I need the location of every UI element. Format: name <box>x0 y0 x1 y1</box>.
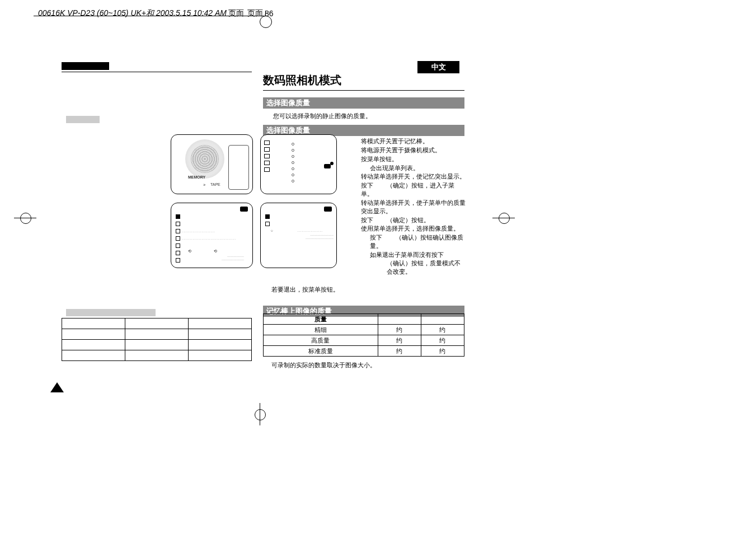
step-sub: 会出现菜单列表。 <box>361 164 466 172</box>
lcd-screen-1 <box>260 134 337 194</box>
step: 转动菜单选择开关，使记忆突出显示。 <box>361 172 466 181</box>
divider-right <box>263 90 464 91</box>
right-column: 数码照相机模式 <box>263 73 464 91</box>
step-sub: 按下 （确认）按钮确认图像质量。 <box>361 233 466 250</box>
step: 按菜单按钮。 <box>361 155 466 163</box>
quality-table-left <box>62 318 252 361</box>
camera-icon <box>324 164 331 168</box>
camera-icon <box>240 207 248 212</box>
page-label: 页面 <box>228 8 244 18</box>
section-heading: 选择图像质量 <box>263 97 464 109</box>
step: 按下 （确定）按钮。 <box>361 216 466 224</box>
menu-icon <box>264 167 270 172</box>
instruction-steps: 将模式开关置于记忆棒。 将电源开关置于摄像机模式。 按菜单按钮。 会出现菜单列表… <box>361 137 466 277</box>
step: 将模式开关置于记忆棒。 <box>361 137 466 146</box>
lcd-footer-dots: ........................................… <box>289 233 334 240</box>
table-footnote: 可录制的实际的数量取决于图像大小。 <box>271 361 376 369</box>
quality-table: 质量 精细 约 约 高质量 约 约 标准质量 约 约 <box>263 313 464 357</box>
camera-icon <box>324 207 332 212</box>
lcd-menu-list: ○................. <box>265 214 323 232</box>
memory-label: MEMORY <box>188 175 205 179</box>
header-text: 00616K VP-D23 (60~105) UK+和 2003.5.15 10… <box>38 8 227 18</box>
left-placeholder-bar <box>66 116 100 123</box>
lcd-screen-2: ...................... .................… <box>171 203 253 268</box>
arrow-icon: ▹ <box>204 182 206 187</box>
step: 将电源开关置于摄像机模式。 <box>361 146 466 154</box>
page-title: 数码照相机模式 <box>263 73 464 88</box>
language-tag: 中文 <box>417 61 459 73</box>
lcd-screen-3: ○................. .....................… <box>260 203 337 268</box>
row-standard: 标准质量 <box>264 346 378 357</box>
page-label2: 页面 <box>247 8 263 18</box>
camera-diagram: MEMORY ▹ TAPE <box>171 134 253 194</box>
crop-mark-icon <box>255 403 277 425</box>
menu-icon <box>264 154 270 158</box>
menu-icon <box>264 161 270 165</box>
divider-left <box>62 72 252 72</box>
lcd-footer-dots: ........................................… <box>199 254 244 261</box>
menu-icon <box>264 140 270 145</box>
camera-body-icon <box>228 145 249 190</box>
step: 使用菜单选择开关，选择图像质量。 <box>361 224 466 233</box>
col-16mb <box>421 314 464 325</box>
return-icon: ⟲ <box>214 249 217 254</box>
crop-mark-icon <box>492 213 515 235</box>
lcd-option-dots <box>292 143 294 182</box>
diagram-row-2: ...................... .................… <box>171 203 337 268</box>
return-icon: ⟲ <box>188 249 191 254</box>
diagram-row-1: MEMORY ▹ TAPE <box>171 134 337 194</box>
lcd-side-icons <box>264 140 270 172</box>
left-title-blackbar <box>62 62 109 70</box>
crop-pointer-icon <box>260 16 272 28</box>
col-quality: 质量 <box>264 314 378 325</box>
page-crop-header: 00616K VP-D23 (60~105) UK+和 2003.5.15 10… <box>38 8 274 18</box>
tape-label: TAPE <box>210 182 220 186</box>
exit-instruction: 若要退出，按菜单按钮。 <box>271 285 339 294</box>
crop-line <box>34 16 266 16</box>
row-fine: 精细 <box>264 325 378 335</box>
lcd-footer-icons: ⟲ ⟲ <box>188 249 217 254</box>
step: 转动菜单选择开关，使子菜单中的质量突出显示。 <box>361 199 466 216</box>
intro-text: 您可以选择录制的静止图像的质量。 <box>273 112 464 120</box>
mode-dial-icon <box>185 139 224 179</box>
crop-mark-icon <box>14 213 36 235</box>
step: 按下 （确定）按钮，进入子菜单。 <box>361 181 466 198</box>
col-8mb <box>378 314 421 325</box>
step-sub: 如果退出子菜单而没有按下 （确认）按钮，质量模式不会改变。 <box>361 251 466 276</box>
left-placeholder-bar-2 <box>66 309 156 316</box>
triangle-marker-icon <box>50 382 64 392</box>
row-high: 高质量 <box>264 335 378 346</box>
menu-icon <box>264 147 270 152</box>
